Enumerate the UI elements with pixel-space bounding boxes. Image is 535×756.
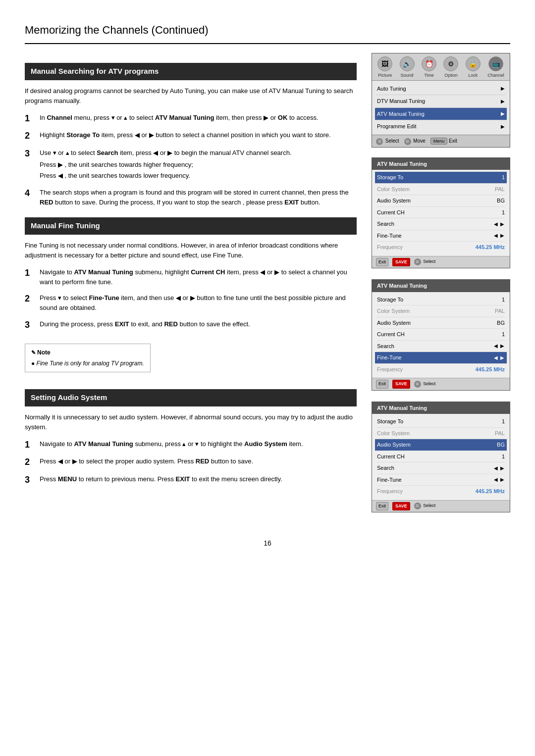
sound-icon: 🔊	[400, 56, 415, 71]
atv-row-audio-system: Audio System BG	[375, 439, 507, 451]
atv-row-frequency: Frequency 445.25 MHz	[377, 486, 505, 497]
lock-icon: 🔒	[466, 56, 481, 71]
page-title: Memorizing the Channels (Continued)	[25, 20, 510, 44]
atv-steps: 1 In Channel menu, press ▾ or ▴ to selec…	[25, 113, 357, 207]
step-text: The search stops when a program is found…	[40, 188, 357, 207]
step-item: 2 Press ◀ or ▶ to select the proper audi…	[25, 456, 357, 468]
menu-row-dtv: DTV Manual Tuning ▶	[376, 95, 506, 108]
left-column: Manual Searching for ATV programs If des…	[25, 53, 357, 523]
step-num: 1	[25, 439, 35, 451]
fine-steps: 1 Navigate to ATV Manual Tuning submenu,…	[25, 267, 357, 331]
fine-intro: Fine Tuning is not necessary under norma…	[25, 241, 357, 260]
step-num: 2	[25, 130, 35, 142]
atv-row-frequency: Frequency 445.25 MHz	[377, 242, 505, 253]
icon-bar: 🖼 Picture 🔊 Sound ⏰ Time ⚙ Option 🔒	[372, 53, 510, 81]
step-num: 2	[25, 293, 35, 304]
select-circle-icon: ⊙	[414, 381, 421, 388]
channel-icon: 📺	[488, 56, 503, 71]
step-num: 4	[25, 188, 35, 199]
section-heading-fine: Manual Fine Tuning	[25, 217, 357, 235]
step-num: 1	[25, 113, 35, 124]
menu-exit-btn: Menu	[430, 138, 448, 145]
page-number: 16	[25, 538, 510, 549]
atv-panel-2-title: ATV Manual Tuning	[372, 280, 510, 292]
atv-panel-3-title: ATV Manual Tuning	[372, 402, 510, 414]
menu-row-programme-edit: Programme Edit ▶	[376, 120, 506, 133]
step-text: During the process, press EXIT to exit, …	[40, 319, 250, 329]
icon-option: ⚙ Option	[443, 56, 458, 79]
arrow-icon: ▶	[501, 110, 505, 117]
note-title: Note	[31, 348, 144, 357]
menu-row-atv: ATV Manual Tuning ▶	[375, 108, 507, 121]
arrows-icon: ◀ ▶	[494, 342, 505, 350]
atv-panel-2: ATV Manual Tuning Storage To 1 Color Sys…	[372, 279, 510, 391]
exit-btn: Exit	[376, 258, 388, 267]
title-continued: (Continued)	[148, 24, 208, 36]
audio-intro: Normally it is unnecessary to set audio …	[25, 412, 357, 432]
arrows-icon: ◀ ▶	[494, 476, 505, 483]
section-heading-audio: Setting Audio System	[25, 389, 357, 406]
atv-row-fine-tune: Fine-Tune ◀ ▶	[377, 230, 505, 242]
atv-row-fine-tune: Fine-Tune ◀ ▶	[377, 474, 505, 486]
atv-row-storage-to: Storage To 1	[377, 416, 505, 428]
atv-row-color-system: Color System PAL	[377, 428, 505, 440]
arrow-icon: ▶	[501, 98, 505, 105]
atv-row-storage-to: Storage To 1	[377, 294, 505, 306]
time-icon: ⏰	[422, 56, 436, 71]
atv-row-fine-tune: Fine-Tune ◀ ▶	[375, 352, 507, 364]
atv-row-current-ch: Current CH 1	[377, 451, 505, 463]
save-btn: SAVE	[392, 380, 410, 389]
select-circle-icon: ⊙	[414, 503, 421, 509]
step-item: 1 Navigate to ATV Manual Tuning submenu,…	[25, 439, 357, 451]
step-item: 1 Navigate to ATV Manual Tuning submenu,…	[25, 267, 357, 287]
atv-panel-3-body: Storage To 1 Color System PAL Audio Syst…	[372, 414, 510, 500]
atv-panel-2-footer: Exit SAVE ⊙ Select	[372, 378, 510, 390]
atv-panel-1-title: ATV Manual Tuning	[372, 158, 510, 170]
save-btn: SAVE	[392, 258, 410, 267]
step-item: 3 Use ▾ or ▴ to select Search item, pres…	[25, 148, 357, 182]
arrows-icon: ◀ ▶	[494, 220, 505, 228]
atv-row-color-system: Color System PAL	[377, 184, 505, 196]
menu-row-auto-tuning: Auto Tuning ▶	[376, 83, 506, 96]
step-text: Navigate to ATV Manual Tuning submenu, p…	[40, 439, 303, 449]
channel-menu-panel: 🖼 Picture 🔊 Sound ⏰ Time ⚙ Option 🔒	[372, 53, 510, 148]
channel-menu-list: Auto Tuning ▶ DTV Manual Tuning ▶ ATV Ma…	[372, 81, 510, 135]
step-num: 3	[25, 148, 35, 159]
step-text: Navigate to ATV Manual Tuning submenu, h…	[40, 267, 357, 287]
step-text: Press MENU to return to previous menu. P…	[40, 474, 282, 484]
atv-row-color-system: Color System PAL	[377, 305, 505, 317]
icon-time: ⏰ Time	[422, 56, 436, 79]
atv-panel-1: ATV Manual Tuning Storage To 1 Color Sys…	[372, 157, 510, 269]
atv-row-frequency: Frequency 445.25 MHz	[377, 364, 505, 375]
atv-row-current-ch: Current CH 1	[377, 207, 505, 219]
atv-row-search: Search ◀ ▶	[377, 218, 505, 230]
icon-channel: 📺 Channel	[487, 56, 504, 79]
arrow-icon: ▶	[501, 85, 505, 92]
step-item: 2 Highlight Storage To item, press ◀ or …	[25, 130, 357, 142]
note-box: Note Fine Tune is only for analog TV pro…	[25, 344, 151, 372]
atv-panel-2-body: Storage To 1 Color System PAL Audio Syst…	[372, 292, 510, 378]
step-num: 2	[25, 456, 35, 468]
channel-menu-footer: ⊙ Select ⊙ Move Menu Exit	[372, 135, 510, 147]
atv-row-search: Search ◀ ▶	[377, 341, 505, 353]
step-num: 3	[25, 319, 35, 331]
atv-row-current-ch: Current CH 1	[377, 329, 505, 341]
arrows-icon: ◀ ▶	[494, 232, 505, 239]
exit-btn: Exit	[376, 380, 388, 389]
step-text: Press ◀ or ▶ to select the proper audio …	[40, 456, 253, 466]
atv-intro: If desired analog programs cannot be sea…	[25, 86, 357, 106]
step-item: 3 During the process, press EXIT to exit…	[25, 319, 357, 331]
atv-panel-1-footer: Exit SAVE ⊙ Select	[372, 256, 510, 268]
section-heading-atv: Manual Searching for ATV programs	[25, 63, 357, 80]
step-text: In Channel menu, press ▾ or ▴ to select …	[40, 113, 319, 123]
step-item: 1 In Channel menu, press ▾ or ▴ to selec…	[25, 113, 357, 124]
arrows-icon: ◀ ▶	[494, 354, 505, 361]
title-main: Memorizing the Channels	[25, 24, 148, 36]
arrows-icon: ◀ ▶	[494, 464, 505, 472]
arrow-icon: ▶	[501, 123, 505, 130]
right-column: 🖼 Picture 🔊 Sound ⏰ Time ⚙ Option 🔒	[372, 53, 510, 523]
select-circle-icon: ⊙	[376, 138, 383, 145]
atv-row-storage-to: Storage To 1	[375, 172, 507, 184]
step-item: 4 The search stops when a program is fou…	[25, 188, 357, 207]
step-text: Use ▾ or ▴ to select Search item, press …	[40, 148, 292, 182]
